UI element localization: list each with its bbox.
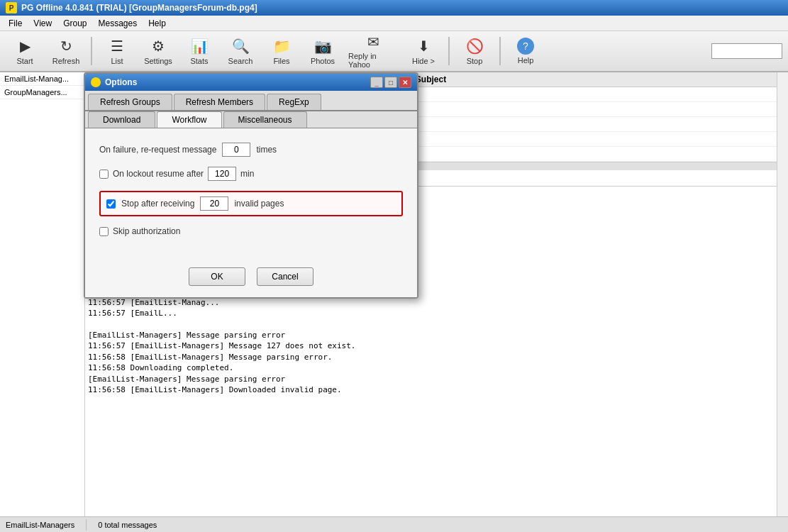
menu-group[interactable]: Group <box>57 17 92 30</box>
skip-auth-row: Skip authorization <box>99 226 403 236</box>
toolbar-separator-2 <box>448 37 450 65</box>
lockout-checkbox[interactable] <box>99 170 109 179</box>
lockout-value-input[interactable] <box>208 167 236 181</box>
status-separator <box>86 519 87 531</box>
stop-value-input[interactable] <box>200 196 228 211</box>
dialog-footer: OK Cancel <box>85 260 417 297</box>
dialog-tabs-row2: Download Workflow Miscellaneous <box>85 111 417 128</box>
start-icon: ▶ <box>15 37 35 55</box>
lockout-suffix: min <box>240 169 254 179</box>
stop-button[interactable]: 🚫 Stop <box>455 33 494 69</box>
search-icon: 🔍 <box>231 37 250 55</box>
log-line-10: 11:56:57 [EmailList-Manag... <box>88 297 774 308</box>
settings-icon: ⚙ <box>148 37 168 55</box>
lockout-label: On lockout resume after <box>113 169 204 179</box>
stats-button[interactable]: 📊 Stats <box>180 33 218 69</box>
photos-button[interactable]: 📷 Photos <box>304 33 342 69</box>
skip-auth-checkbox[interactable] <box>99 227 109 236</box>
log-line-12 <box>88 319 774 330</box>
app-icon: P <box>6 2 17 13</box>
tab-refresh-groups[interactable]: Refresh Groups <box>88 94 172 110</box>
reply-icon: ✉ <box>363 33 383 50</box>
failure-value-input[interactable] <box>222 143 250 157</box>
failure-suffix: times <box>256 145 277 155</box>
ok-button[interactable]: OK <box>189 267 245 286</box>
minimize-button[interactable]: _ <box>370 77 383 88</box>
title-bar: P PG Offline 4.0.841 (TRIAL) [GroupManag… <box>0 0 788 16</box>
failure-row: On failure, re-request message times <box>99 143 403 157</box>
list-button[interactable]: ☰ List <box>98 33 136 69</box>
log-line-18: 11:56:58 [EmailList-Managers] Downloaded… <box>88 384 774 395</box>
dialog-content: On failure, re-request message times On … <box>85 128 417 260</box>
dialog-title: Options <box>105 77 370 87</box>
dialog-title-bar: Options _ □ ✕ <box>85 74 417 91</box>
files-icon: 📁 <box>272 37 292 55</box>
menu-file[interactable]: File <box>3 17 28 30</box>
stop-receiving-row: Stop after receiving invalid pages <box>99 191 403 216</box>
photos-icon: 📷 <box>313 37 333 55</box>
hide-icon: ⬇ <box>414 37 433 55</box>
help-button[interactable]: ? Help <box>506 33 545 69</box>
log-line-13: [EmailList-Managers] Message parsing err… <box>88 330 774 340</box>
log-line-16: 11:56:58 Downloading completed. <box>88 362 774 373</box>
window-title: PG Offline 4.0.841 (TRIAL) [GroupManager… <box>21 3 257 13</box>
menu-bar: File View Group Messages Help <box>0 16 788 31</box>
lockout-row: On lockout resume after min <box>99 167 403 181</box>
stop-icon: 🚫 <box>465 37 484 55</box>
tab-workflow[interactable]: Workflow <box>157 111 221 128</box>
main-area: EmailList-Manag... GroupManagers... Subj… <box>0 72 788 516</box>
left-panel: EmailList-Manag... GroupManagers... <box>0 72 85 516</box>
dialog-tabs-row1: Refresh Groups Refresh Members RegExp <box>85 91 417 111</box>
list-icon: ☰ <box>107 37 127 55</box>
tab-regexp[interactable]: RegExp <box>267 94 321 110</box>
close-button[interactable]: ✕ <box>399 77 411 88</box>
menu-view[interactable]: View <box>28 17 57 30</box>
vertical-scrollbar[interactable] <box>777 72 788 516</box>
menu-messages[interactable]: Messages <box>93 17 143 30</box>
start-button[interactable]: ▶ Start <box>6 33 44 69</box>
toolbar: ▶ Start ↻ Refresh ☰ List ⚙ Settings 📊 St… <box>0 31 788 72</box>
dialog-window-controls: _ □ ✕ <box>370 77 411 88</box>
tab-miscellaneous[interactable]: Miscellaneous <box>223 111 307 128</box>
toolbar-separator <box>91 37 92 65</box>
stop-suffix: invalid pages <box>234 199 284 209</box>
search-input-toolbar[interactable] <box>711 43 782 59</box>
sidebar-item-groupmanagers[interactable]: GroupManagers... <box>0 86 84 99</box>
stats-icon: 📊 <box>189 37 209 55</box>
reply-button[interactable]: ✉ Reply in Yahoo <box>345 33 401 69</box>
dialog-icon <box>91 77 101 87</box>
log-line-15: 11:56:58 [EmailList-Managers] Message pa… <box>88 352 774 362</box>
stop-checkbox[interactable] <box>106 199 116 209</box>
failure-label: On failure, re-request message <box>99 145 216 155</box>
log-line-17: [EmailList-Managers] Message parsing err… <box>88 374 774 384</box>
toolbar-separator-3 <box>499 37 501 65</box>
files-button[interactable]: 📁 Files <box>262 33 301 69</box>
refresh-button[interactable]: ↻ Refresh <box>47 33 85 69</box>
status-group: EmailList-Managers <box>6 521 74 529</box>
search-button[interactable]: 🔍 Search <box>221 33 260 69</box>
help-icon: ? <box>517 38 534 55</box>
cancel-button[interactable]: Cancel <box>257 267 313 286</box>
hide-button[interactable]: ⬇ Hide > <box>404 33 443 69</box>
log-line-11: 11:56:57 [EmailL... <box>88 308 774 318</box>
status-bar: EmailList-Managers 0 total messages <box>0 516 788 532</box>
menu-help[interactable]: Help <box>143 17 172 30</box>
skip-auth-label: Skip authorization <box>113 226 180 236</box>
sidebar-item-emaillist[interactable]: EmailList-Manag... <box>0 72 84 86</box>
log-line-14: 11:56:57 [EmailList-Managers] Message 12… <box>88 340 774 351</box>
maximize-button[interactable]: □ <box>384 77 397 88</box>
tab-refresh-members[interactable]: Refresh Members <box>174 94 265 110</box>
options-dialog: Options _ □ ✕ Refresh Groups Refresh Mem… <box>84 72 418 299</box>
refresh-icon: ↻ <box>56 37 76 55</box>
stop-label: Stop after receiving <box>121 199 194 209</box>
tab-download[interactable]: Download <box>88 111 155 128</box>
status-messages: 0 total messages <box>98 521 157 529</box>
settings-button[interactable]: ⚙ Settings <box>139 33 177 69</box>
